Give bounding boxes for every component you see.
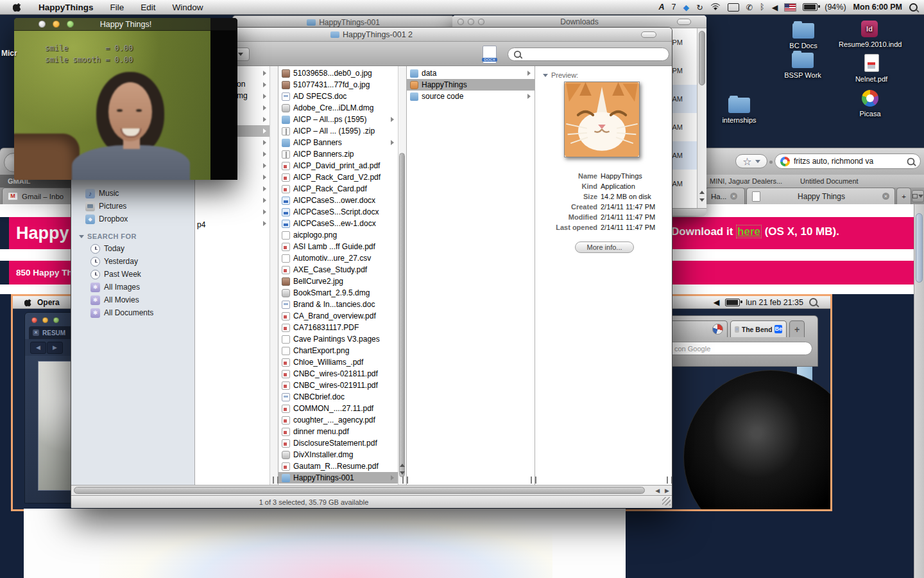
tab-overview-button[interactable] [912, 190, 924, 202]
column-resize-handle[interactable] [402, 477, 408, 484]
sidebar-item[interactable]: Past Week [71, 268, 194, 281]
file-row[interactable]: BellCurve2.jpg [278, 276, 398, 287]
file-row[interactable]: AICP Banners.zip [278, 148, 398, 160]
file-row[interactable]: CA716831117.PDF [278, 322, 398, 333]
scroll-down-icon[interactable] [699, 198, 705, 202]
menu-app-name[interactable]: HappyThings [38, 3, 94, 12]
disclosure-triangle-icon[interactable] [543, 74, 548, 77]
display-icon[interactable] [728, 3, 739, 12]
file-row[interactable]: AD SPECS.doc [278, 91, 398, 102]
downloads-scrollbar-thumb[interactable] [699, 31, 705, 85]
tab-partial[interactable]: Ha... [705, 188, 745, 204]
file-row[interactable]: DisclosureStatement.pdf [278, 437, 398, 449]
file-row[interactable]: Adobe_Cre...iDLM.dmg [278, 102, 398, 114]
file-row[interactable]: AICP – All...ps (1595) [278, 114, 398, 125]
sidebar-item[interactable]: All Images [71, 281, 194, 293]
scroll-left-icon[interactable]: ◀ [655, 487, 660, 494]
close-icon[interactable] [730, 193, 737, 200]
page-scrollbar[interactable] [914, 204, 924, 578]
spotlight-icon[interactable] [909, 3, 918, 12]
file-row[interactable]: 51077431...77fd_o.jpg [278, 79, 398, 91]
battery-icon[interactable] [803, 3, 817, 11]
column2-scrollbar[interactable] [398, 66, 406, 485]
scroll-down-icon[interactable] [400, 471, 405, 475]
menu-item[interactable]: Edit [141, 3, 155, 12]
folder-row[interactable]: source code [407, 91, 535, 102]
file-row[interactable]: aicplogo.png [278, 229, 398, 241]
download-link[interactable]: here [736, 225, 762, 238]
file-row[interactable]: HappyThings-001 [278, 472, 398, 484]
file-row[interactable]: Chloe_Williams_.pdf [278, 356, 398, 368]
sidebar-item[interactable]: Today [71, 242, 194, 255]
column-resize-handle[interactable] [273, 477, 278, 484]
folder-row[interactable]: data [407, 67, 535, 79]
bookmark-item[interactable]: MINI, Jaguar Dealers... [710, 177, 782, 185]
volume-icon[interactable]: ◀ [772, 3, 778, 12]
scrollbar-arrows[interactable]: ◀▶ [655, 487, 669, 494]
file-row[interactable]: AICP Banners [278, 137, 398, 148]
file-row[interactable]: ASI Lamb ...ff Guide.pdf [278, 241, 398, 252]
file-row[interactable]: AXE_Case_Study.pdf [278, 264, 398, 276]
file-row[interactable]: AICP_David_print_ad.pdf [278, 160, 398, 171]
desktop-icon-nelnet-pdf[interactable]: Nelnet.pdf [841, 54, 902, 83]
dropbox-icon[interactable]: ◆ [683, 3, 690, 12]
downloads-title-bar[interactable]: Downloads [452, 15, 706, 28]
sidebar-item[interactable]: All Movies [71, 293, 194, 306]
column2-scrollbar-thumb[interactable] [399, 153, 405, 477]
more-info-button[interactable]: More info... [575, 241, 634, 253]
finder-search-field[interactable] [508, 48, 669, 61]
sidebar-item[interactable]: Yesterday [71, 255, 194, 268]
minimize-button[interactable] [53, 21, 60, 28]
scroll-right-icon[interactable]: ▶ [665, 487, 669, 494]
sidebar-item[interactable]: Dropbox [71, 213, 194, 225]
page-scrollbar-thumb[interactable] [916, 213, 923, 283]
finder-horizontal-scrollbar[interactable]: ◀▶ [71, 485, 672, 495]
folder-row[interactable]: HappyThings [407, 79, 535, 91]
file-row[interactable]: CNBCbrief.doc [278, 391, 398, 403]
bookmark-item[interactable]: Untitled Document [800, 177, 859, 185]
file-row[interactable]: coughter_..._agency.pdf [278, 414, 398, 426]
file-row[interactable]: AICPCaseS...Script.docx [278, 206, 398, 218]
file-row[interactable]: AICPCaseS...ew-1.docx [278, 218, 398, 229]
column1-scrollbar[interactable] [270, 66, 278, 485]
desktop-icon-picasa[interactable]: Picasa [839, 90, 901, 118]
file-row[interactable]: 51039658...deb0_o.jpg [278, 67, 398, 79]
scroll-up-icon[interactable] [699, 191, 705, 194]
file-row[interactable]: CA_Brand_overview.pdf [278, 310, 398, 322]
desktop-icon-resume-indd[interactable]: Resume9.2010.indd [839, 21, 900, 48]
menu-item[interactable]: Window [173, 3, 203, 12]
column-resize-handle[interactable] [531, 477, 536, 484]
file-row[interactable]: Automotiv...ure_27.csv [278, 252, 398, 264]
tab-happy-things[interactable]: Happy Things [746, 188, 895, 204]
preview-header[interactable]: Preview: [543, 71, 578, 79]
close-button[interactable] [38, 21, 46, 28]
desktop-icon-internships[interactable]: internships [708, 98, 770, 124]
file-row[interactable]: CNBC_wires-021811.pdf [278, 368, 398, 380]
scroll-up-icon[interactable] [400, 464, 405, 467]
time-machine-icon[interactable]: ↻ [696, 3, 703, 12]
call-icon[interactable]: ✆ [746, 3, 753, 12]
sidebar-item[interactable]: Pictures [71, 200, 194, 213]
file-row[interactable]: ChartExport.png [278, 345, 398, 356]
downloads-scrollbar[interactable] [697, 28, 706, 208]
toolbar-toggle-button[interactable] [641, 31, 656, 38]
horizontal-scrollbar-thumb[interactable] [74, 487, 645, 494]
close-icon[interactable] [882, 193, 889, 200]
file-row[interactable]: BookSmart_2.9.5.dmg [278, 287, 398, 299]
file-row[interactable]: DivXInstaller.dmg [278, 449, 398, 460]
disclosure-triangle-icon[interactable] [79, 235, 84, 238]
new-tab-button[interactable]: + [896, 188, 911, 204]
file-row[interactable]: Brand & In...tancies.doc [278, 299, 398, 310]
file-row[interactable]: AICP – All ... (1595) .zip [278, 125, 398, 137]
webcam-title-bar[interactable]: Happy Things! [14, 18, 237, 31]
desktop-icon-bssp-work[interactable]: BSSP Work [772, 53, 834, 79]
adium-icon[interactable]: A [659, 3, 665, 12]
file-row[interactable]: CNBC_wires-021911.pdf [278, 380, 398, 391]
menu-item[interactable]: File [110, 3, 124, 12]
zoom-button[interactable] [67, 21, 74, 28]
google-search-field[interactable]: fritzs auto, richmond va [774, 153, 921, 169]
sidebar-item[interactable]: All Documents [71, 306, 194, 319]
desktop-icon-bc-docs[interactable]: BC Docs [773, 23, 834, 49]
file-row[interactable]: AICP_Rack_Card_V2.pdf [278, 171, 398, 183]
file-row[interactable]: AICPCaseS...ower.docx [278, 195, 398, 206]
